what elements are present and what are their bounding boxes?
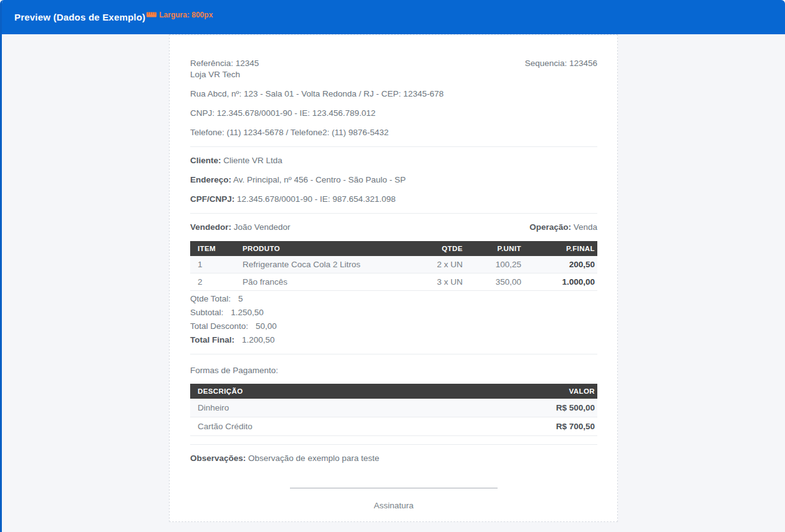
payment-value: R$ 500,00 — [529, 399, 597, 417]
width-label: Largura: 800px — [159, 11, 213, 19]
item-unit: 100,25 — [470, 256, 529, 273]
item-final: 200,50 — [529, 256, 597, 273]
seller-line: Vendedor: João Vendedor — [190, 222, 291, 233]
client-doc-line: CPF/CNPJ: 12.345.678/0001-90 - IE: 987.6… — [190, 194, 597, 205]
items-header-item: ITEM — [190, 241, 235, 256]
subtotal-label: Subtotal: — [190, 308, 223, 317]
client-address-label: Endereço: — [190, 175, 231, 184]
section-divider — [190, 444, 597, 445]
signature-block: Assinatura — [190, 488, 597, 511]
items-header-unit: P.UNIT — [470, 241, 529, 256]
notes-label: Observações: — [190, 454, 246, 463]
header-bar: Preview (Dados de Exemplo) Largura: 800p… — [2, 0, 785, 34]
width-badge: Largura: 800px — [147, 11, 213, 19]
items-header-final: P.FINAL — [529, 241, 597, 256]
store-cnpj: CNPJ: 12.345.678/0001-90 - IE: 123.456.7… — [190, 108, 597, 119]
payments-title: Formas de Pagamento: — [190, 365, 597, 376]
final-total-label: Total Final: — [190, 335, 234, 344]
seller-value: João Vendedor — [234, 222, 291, 232]
payment-value: R$ 700,50 — [529, 417, 597, 436]
section-divider — [190, 354, 597, 354]
discount-value: 50,00 — [256, 321, 277, 331]
store-phones: Telefone: (11) 1234-5678 / Telefone2: (1… — [190, 127, 597, 138]
payment-description: Dinheiro — [190, 399, 529, 417]
item-qty: 3 x UN — [400, 273, 470, 291]
section-divider — [190, 146, 597, 147]
table-row: 2 Pão francês 3 x UN 350,00 1.000,00 — [190, 273, 597, 291]
signature-line — [290, 488, 498, 488]
payment-description: Cartão Crédito — [190, 417, 529, 436]
operation-value: Venda — [574, 222, 597, 232]
client-doc-value: 12.345.678/0001-90 - IE: 987.654.321.098 — [237, 194, 395, 204]
qty-total-value: 5 — [238, 294, 243, 303]
item-unit: 350,00 — [470, 273, 529, 291]
item-product: Pão francês — [235, 273, 400, 291]
item-qty: 2 x UN — [400, 256, 470, 273]
items-table: ITEM PRODUTO QTDE P.UNIT P.FINAL 1 Refri… — [190, 241, 597, 291]
payments-table: DESCRIÇÃO VALOR Dinheiro R$ 500,00 Cartã… — [190, 384, 597, 436]
client-address-value: Av. Principal, nº 456 - Centro - São Pau… — [233, 175, 406, 184]
operation-label: Operação: — [529, 222, 571, 232]
page-title: Preview (Dados de Exemplo) — [14, 12, 145, 22]
client-line: Cliente: Cliente VR Ltda — [190, 155, 597, 166]
payments-table-header: DESCRIÇÃO VALOR — [190, 384, 597, 399]
table-row: Cartão Crédito R$ 700,50 — [190, 417, 597, 436]
store-name: Loja VR Tech — [190, 69, 597, 80]
reference-text: Referência: 12345 — [190, 58, 259, 69]
seller-label: Vendedor: — [190, 222, 231, 232]
item-number: 1 — [190, 256, 235, 273]
final-total-value: 1.200,50 — [242, 335, 275, 344]
item-product: Refrigerante Coca Cola 2 Litros — [235, 256, 400, 273]
notes-line: Observações: Observação de exemplo para … — [190, 453, 597, 464]
items-table-header: ITEM PRODUTO QTDE P.UNIT P.FINAL — [190, 241, 597, 256]
items-header-qty: QTDE — [400, 241, 470, 256]
table-row: 1 Refrigerante Coca Cola 2 Litros 2 x UN… — [190, 256, 597, 273]
client-value: Cliente VR Ltda — [223, 156, 282, 165]
operation-line: Operação: Venda — [529, 222, 597, 233]
preview-window: Preview (Dados de Exemplo) Largura: 800p… — [0, 0, 785, 532]
discount-label: Total Desconto: — [190, 321, 248, 331]
notes-value: Observação de exemplo para teste — [248, 454, 379, 463]
items-header-product: PRODUTO — [235, 241, 400, 256]
subtotal-value: 1.250,50 — [231, 308, 264, 317]
section-divider — [190, 213, 597, 214]
subtotal-line: Subtotal:1.250,50 — [190, 307, 597, 318]
item-number: 2 — [190, 273, 235, 291]
receipt-preview: Referência: 12345 Sequencia: 123456 Loja… — [169, 34, 618, 522]
preview-area: Referência: 12345 Sequencia: 123456 Loja… — [2, 34, 785, 532]
qty-total-line: Qtde Total:5 — [190, 293, 597, 305]
qty-total-label: Qtde Total: — [190, 294, 231, 303]
discount-line: Total Desconto:50,00 — [190, 321, 597, 332]
table-row: Dinheiro R$ 500,00 — [190, 399, 597, 417]
final-total-line: Total Final:1.200,50 — [190, 335, 597, 346]
payments-header-value: VALOR — [529, 384, 597, 399]
payments-header-description: DESCRIÇÃO — [190, 384, 529, 399]
item-final: 1.000,00 — [529, 273, 597, 291]
ruler-icon — [147, 12, 157, 17]
client-doc-label: CPF/CNPJ: — [190, 194, 234, 204]
signature-label: Assinatura — [190, 500, 597, 511]
store-address: Rua Abcd, nº: 123 - Sala 01 - Volta Redo… — [190, 88, 597, 100]
seller-row: Vendedor: João Vendedor Operação: Venda — [190, 222, 597, 233]
client-address-line: Endereço: Av. Principal, nº 456 - Centro… — [190, 174, 597, 186]
reference-row: Referência: 12345 Sequencia: 123456 — [190, 58, 597, 69]
client-label: Cliente: — [190, 156, 221, 165]
sequence-text: Sequencia: 123456 — [525, 58, 597, 69]
